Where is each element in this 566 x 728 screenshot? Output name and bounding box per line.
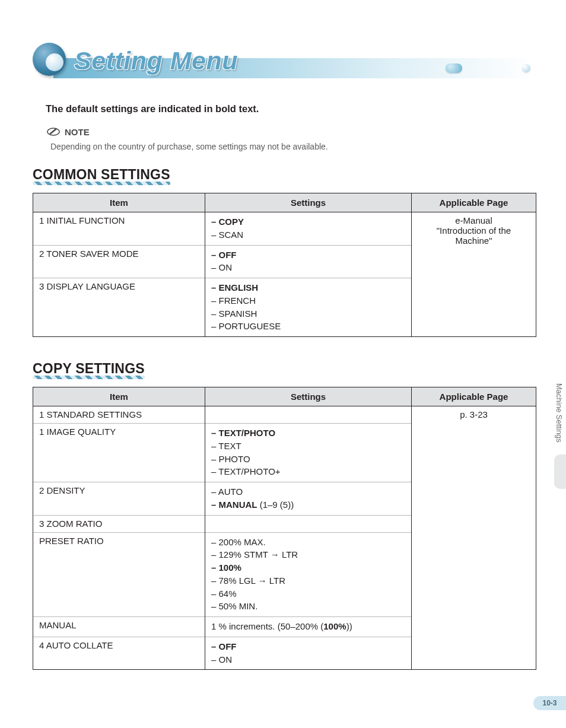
cell-item: 1 STANDARD SETTINGS xyxy=(33,406,205,424)
option-item: AUTO xyxy=(211,485,405,498)
plain-setting-text: 1 % increments. (50–200% (100%)) xyxy=(211,621,352,631)
option-item: 100% xyxy=(211,561,405,574)
side-tab-thumb-icon xyxy=(554,454,566,489)
th-settings: Settings xyxy=(205,387,412,406)
cell-item: 3 DISPLAY LANGUAGE xyxy=(33,278,205,337)
option-item: PORTUGUESE xyxy=(211,320,405,333)
option-list: 200% MAX.129% STMT → LTR100%78% LGL → LT… xyxy=(211,536,405,613)
table-row: 1 STANDARD SETTINGSp. 3-23 xyxy=(33,406,536,424)
option-item: TEXT/PHOTO xyxy=(211,427,405,440)
cell-item: 2 TONER SAVER MODE xyxy=(33,245,205,278)
cell-item: MANUAL xyxy=(33,617,205,637)
cell-item: 1 INITIAL FUNCTION xyxy=(33,212,205,246)
option-item: ON xyxy=(211,653,405,666)
cell-settings: OFFON xyxy=(205,245,412,278)
option-item: COPY xyxy=(211,215,405,228)
cell-item: 1 IMAGE QUALITY xyxy=(33,424,205,482)
accent-pill-icon xyxy=(446,63,462,73)
th-item: Item xyxy=(33,193,205,212)
cell-applicable-page: e-Manual"Introduction of theMachine" xyxy=(412,212,536,337)
cell-item: 3 ZOOM RATIO xyxy=(33,515,205,532)
pencil-note-icon xyxy=(47,125,60,138)
title-bullet-icon xyxy=(33,43,68,78)
cell-applicable-page: p. 3-23 xyxy=(412,406,536,670)
cell-settings: COPYSCAN xyxy=(205,212,412,246)
option-item: SCAN xyxy=(211,228,405,241)
th-settings: Settings xyxy=(205,193,412,212)
cell-settings: 1 % increments. (50–200% (100%)) xyxy=(205,617,412,637)
cell-settings: OFFON xyxy=(205,637,412,670)
side-tab: Machine Settings xyxy=(552,380,566,489)
th-item: Item xyxy=(33,387,205,406)
option-item: 78% LGL → LTR xyxy=(211,574,405,587)
option-item: ENGLISH xyxy=(211,281,405,294)
cell-settings xyxy=(205,406,412,424)
accent-round-icon xyxy=(522,64,530,72)
option-item: 200% MAX. xyxy=(211,536,405,549)
heading-copy-settings: COPY SETTINGS xyxy=(33,361,145,380)
option-item: SPANISH xyxy=(211,307,405,320)
note-label: NOTE xyxy=(65,127,90,137)
cell-item: 2 DENSITY xyxy=(33,482,205,516)
page-title: Setting Menu xyxy=(74,46,238,75)
option-item: MANUAL (1–9 (5)) xyxy=(211,498,405,511)
option-item: FRENCH xyxy=(211,294,405,307)
option-list: ENGLISHFRENCHSPANISHPORTUGUESE xyxy=(211,281,405,333)
table-row: 1 INITIAL FUNCTIONCOPYSCANe-Manual"Intro… xyxy=(33,212,536,246)
default-settings-note: The default settings are indicated in bo… xyxy=(46,103,536,115)
cell-item: 4 AUTO COLLATE xyxy=(33,637,205,670)
page-title-banner: Setting Menu xyxy=(33,47,536,85)
cell-settings: TEXT/PHOTOTEXTPHOTOTEXT/PHOTO+ xyxy=(205,424,412,482)
option-item: OFF xyxy=(211,640,405,653)
option-item: PHOTO xyxy=(211,453,405,466)
option-item: 64% xyxy=(211,587,405,600)
option-item: 129% STMT → LTR xyxy=(211,548,405,561)
heading-common-settings: COMMON SETTINGS xyxy=(33,167,170,186)
option-item: ON xyxy=(211,261,405,274)
cell-settings xyxy=(205,515,412,532)
option-item: OFF xyxy=(211,249,405,262)
side-tab-label: Machine Settings xyxy=(552,380,566,451)
cell-settings: ENGLISHFRENCHSPANISHPORTUGUESE xyxy=(205,278,412,337)
page-number: 10-3 xyxy=(533,696,566,710)
option-item: 50% MIN. xyxy=(211,600,405,613)
th-applicable: Applicable Page xyxy=(412,387,536,406)
option-list: TEXT/PHOTOTEXTPHOTOTEXT/PHOTO+ xyxy=(211,427,405,478)
note-text: Depending on the country of purchase, so… xyxy=(50,142,536,151)
cell-settings: AUTOMANUAL (1–9 (5)) xyxy=(205,482,412,516)
option-list: COPYSCAN xyxy=(211,215,405,241)
cell-item: PRESET RATIO xyxy=(33,532,205,617)
table-copy-settings: Item Settings Applicable Page 1 STANDARD… xyxy=(33,387,536,670)
cell-settings: 200% MAX.129% STMT → LTR100%78% LGL → LT… xyxy=(205,532,412,617)
option-item: TEXT/PHOTO+ xyxy=(211,465,405,478)
option-list: OFFON xyxy=(211,249,405,275)
th-applicable: Applicable Page xyxy=(412,193,536,212)
option-list: OFFON xyxy=(211,640,405,666)
option-item: TEXT xyxy=(211,440,405,453)
option-list: AUTOMANUAL (1–9 (5)) xyxy=(211,485,405,511)
table-common-settings: Item Settings Applicable Page 1 INITIAL … xyxy=(33,193,536,337)
note-row: NOTE xyxy=(47,125,536,138)
